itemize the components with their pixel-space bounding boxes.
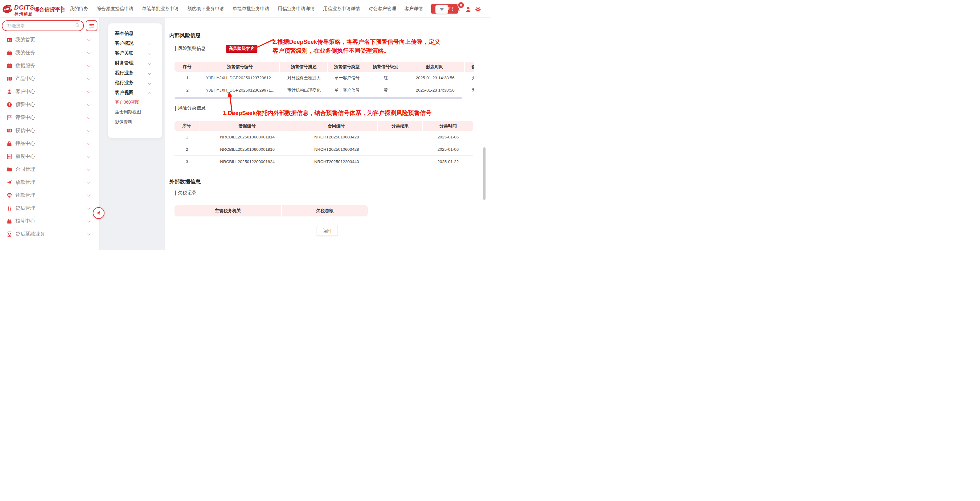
col-header-trigger-time: 触发时间	[406, 62, 465, 72]
submenu-item-customer-relation[interactable]: 客户关联	[108, 48, 162, 58]
submenu-label: 客户概况	[115, 40, 134, 46]
submenu-label: 生命周期视图	[115, 110, 141, 115]
sidebar-item-post-loan-mgmt[interactable]: 贷后管理	[0, 202, 99, 215]
submenu-label: 客户关联	[115, 50, 134, 56]
section-label: 欠税记录	[178, 190, 196, 196]
cell-classify-time: 2025-01-22	[423, 156, 473, 168]
sidebar-item-warning-center[interactable]: 预警中心	[0, 98, 99, 111]
user-icon[interactable]	[465, 6, 471, 14]
sidebar-item-contract-mgmt[interactable]: 合同管理	[0, 163, 99, 176]
chevron-down-icon	[148, 71, 151, 75]
sidebar-item-my-tasks[interactable]: 我的任务	[0, 46, 99, 59]
chevron-down-icon	[87, 167, 90, 170]
col-header-tax-authority: 主管税务机关	[175, 205, 282, 216]
sidebar-item-customer-center[interactable]: 客户中心	[0, 85, 99, 98]
chevron-up-icon	[148, 92, 151, 95]
annotation-2-line2: 客户预警级别，在业务侧执行不同受理策略。	[272, 46, 440, 55]
table-row[interactable]: 2 YJBHYJXH_DGP20250123629971... 审计机构出现变化…	[175, 84, 474, 96]
sidebar-item-label: 预警中心	[16, 102, 35, 108]
cell-contract-no: NRCHT2025012203440	[295, 156, 378, 168]
sidebar-item-product-center[interactable]: 产品中心	[0, 72, 99, 85]
gear-icon[interactable]	[475, 6, 481, 14]
sidebar-item-label: 产品中心	[16, 76, 35, 82]
tabs-dropdown-button[interactable]	[435, 5, 448, 14]
header-divider	[61, 6, 62, 13]
chevron-down-icon	[87, 76, 90, 80]
section-label: 风险预警信息	[178, 46, 205, 51]
nav-item-single-batch-1[interactable]: 单笔单批业务申请	[142, 6, 179, 12]
sidebar-item-label: 贷后延续业务	[16, 231, 45, 237]
notification-badge: 0	[458, 2, 465, 9]
sidebar-item-limit-center[interactable]: W 额度中心	[0, 150, 99, 163]
folder-icon	[7, 167, 12, 172]
cell-trigger-time: 2025-01-23 14:38:56	[406, 72, 465, 84]
middle-strip: 基本信息 客户概况 客户关联 财务管理 我行业务 他行业务 客户视图 客户360…	[99, 17, 165, 250]
sidebar-item-label: 授信中心	[16, 127, 35, 134]
sidebar-item-collateral-center[interactable]: 押品中心	[0, 137, 99, 150]
submenu-item-finance-mgmt[interactable]: 财务管理	[108, 58, 162, 68]
sidebar-item-post-loan-continuation[interactable]: 贷后延续业务	[0, 227, 99, 240]
submenu-label: 财务管理	[115, 60, 134, 66]
sidebar-collapse-button[interactable]	[93, 207, 105, 219]
section-marker-bar	[175, 191, 176, 196]
chevron-down-icon	[440, 8, 444, 11]
nav-item-corp-customer-mgmt[interactable]: 对公客户管理	[368, 6, 396, 12]
cell-signal-level: 黄	[366, 84, 406, 96]
cell-bill-no: NRCBILL2025010600001816	[199, 143, 295, 156]
table-row[interactable]: 3 NRCBILL2025012200001824 NRCHT202501220…	[175, 156, 473, 168]
brand-name: DCITS	[14, 4, 34, 11]
bag-icon	[7, 219, 12, 224]
submenu-item-lifecycle-view[interactable]: 生命周期视图	[108, 107, 162, 117]
section-title-internal-risk: 内部风险信息	[169, 32, 201, 39]
submenu-item-our-bank-business[interactable]: 我行业务	[108, 68, 162, 78]
submenu-item-basic-info[interactable]: 基本信息	[108, 29, 162, 38]
submenu-item-customer-360-view[interactable]: 客户360视图	[108, 97, 162, 107]
sidebar-item-my-home[interactable]: 我的首页	[0, 33, 99, 46]
bag-icon	[7, 141, 12, 146]
submenu-item-customer-view[interactable]: 客户视图	[108, 87, 162, 97]
vertical-scrollbar[interactable]	[483, 147, 485, 200]
sidebar-item-data-service[interactable]: 数据服务	[0, 59, 99, 72]
sidebar-item-disbursement-mgmt[interactable]: 放款管理	[0, 176, 99, 189]
nav-item-loan-detail-1[interactable]: 用信业务申请详情	[278, 6, 315, 12]
back-button[interactable]: 返回	[317, 226, 338, 236]
col-header-clipped: 信	[465, 62, 474, 72]
cell-classify-result	[378, 143, 423, 156]
sidebar-item-label: 客户中心	[16, 89, 35, 95]
cell-signal-no: YJBHYJXH_DGP20250123720812...	[200, 72, 280, 84]
sidebar-item-label: 数据服务	[16, 63, 35, 69]
table-row[interactable]: 2 NRCBILL2025010600001816 NRCHT202501060…	[175, 143, 473, 156]
submenu-label: 客户360视图	[115, 100, 139, 105]
idcard-icon	[7, 128, 12, 133]
chevron-down-icon	[87, 206, 90, 209]
nav-item-credit-apply[interactable]: 综合额度授信申请	[97, 6, 134, 12]
chevron-down-icon	[87, 102, 90, 106]
chevron-down-icon	[87, 38, 90, 41]
sidebar-item-accounting-center[interactable]: 核算中心	[0, 215, 99, 227]
cell-signal-level: 红	[366, 72, 406, 84]
submenu-item-image-materials[interactable]: 影像资料	[108, 117, 162, 127]
table-row[interactable]: 1 NRCBILL2025010600001814 NRCHT202501060…	[175, 131, 473, 143]
nav-item-under-limit[interactable]: 额度项下业务申请	[187, 6, 224, 12]
nav-item-single-batch-2[interactable]: 单笔单批业务申请	[232, 6, 269, 12]
col-header-classify-time: 分类时间	[423, 121, 473, 131]
risk-classify-table-container: 序号 借据编号 合同编号 分类结果 分类时间 1 NRCBILL20250106…	[175, 121, 473, 168]
submenu-item-other-bank-business[interactable]: 他行业务	[108, 78, 162, 87]
briefcase-icon	[7, 50, 12, 56]
sidebar-item-credit-center[interactable]: 授信中心	[0, 124, 99, 137]
idcard-icon	[7, 37, 12, 43]
nav-item-customer-detail[interactable]: 客户详情	[404, 6, 423, 12]
submenu-item-customer-overview[interactable]: 客户概况	[108, 38, 162, 48]
horizontal-scrollbar[interactable]	[175, 97, 462, 99]
nav-item-my-todo[interactable]: 我的待办	[70, 6, 88, 12]
cell-classify-time: 2025-01-06	[423, 131, 473, 143]
col-header-classify-result: 分类结果	[378, 121, 423, 131]
sidebar-item-rating-center[interactable]: 评级中心	[0, 111, 99, 124]
tax-arrears-section-header: 欠税记录	[175, 190, 196, 196]
nav-item-loan-detail-2[interactable]: 用信业务申请详情	[323, 6, 360, 12]
menu-collapse-button[interactable]	[86, 20, 97, 31]
search-input[interactable]	[7, 22, 70, 29]
sidebar-item-repayment-mgmt[interactable]: 还款管理	[0, 189, 99, 202]
table-row[interactable]: 1 YJBHYJXH_DGP20250123720812... 对外担保金额过大…	[175, 72, 474, 84]
dcits-logo-icon	[1, 4, 14, 16]
